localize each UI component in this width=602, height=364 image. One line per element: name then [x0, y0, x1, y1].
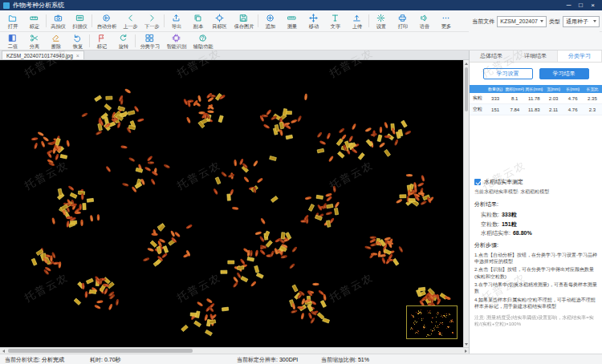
toolbar-export-button[interactable]: 导出	[165, 10, 187, 31]
result-item: 空粒数:151粒	[481, 220, 597, 229]
status-label: 当前标定分辨率:	[237, 356, 278, 364]
toolbar-undo-button[interactable]: 恢复	[67, 32, 88, 50]
table-cell: 4.76	[563, 104, 583, 115]
toolbar-prev-button[interactable]: 上一步	[120, 10, 141, 31]
toolbar-split-button[interactable]: 分离	[23, 32, 45, 50]
toolbar-assist-button[interactable]: 辅助功能	[189, 32, 216, 50]
maximize-button[interactable]: □	[575, 0, 587, 10]
measurement-table: 数量(粒)面积(mm²)周长(mm)宽(mm)长(mm)长宽比实粒3338.11…	[470, 85, 602, 115]
scroll-right-arrow[interactable]	[462, 348, 469, 354]
results-tab-3[interactable]: 分类学习	[558, 51, 602, 62]
table-cell: 8.1	[505, 93, 524, 104]
status-value: 51%	[358, 357, 369, 362]
navigator-thumbnail-image	[407, 306, 457, 338]
toolbar-upload-button[interactable]: 上传	[346, 10, 368, 31]
settings-icon	[376, 14, 385, 22]
toolbar-settings-button[interactable]: 设置	[370, 10, 392, 31]
document-tab[interactable]: KZSM_20240710174940.jpg ×	[2, 51, 84, 59]
auto-icon	[102, 14, 111, 22]
toolbar-print-button[interactable]: 打印	[392, 10, 413, 31]
toolbar-learn-button[interactable]: 分类学习	[136, 32, 163, 50]
toolbar-more-button[interactable]: 更多	[435, 10, 457, 31]
analysis-step: 3.在学习结果中(切换水稻精准测量)，可查看每类样本测量数	[474, 281, 597, 295]
toolbar-voice-button[interactable]: 语音	[413, 10, 435, 31]
result-item: 实粒数:333粒	[481, 211, 597, 220]
toolbar-separator	[92, 14, 92, 27]
target-icon	[215, 14, 224, 22]
toolbar-button-label: 标记	[96, 43, 106, 48]
document-tab-bar: KZSM_20240710174940.jpg ×	[0, 51, 469, 60]
table-header	[470, 85, 486, 93]
learn-icon	[145, 34, 154, 42]
analysis-note: 注意: 测量精度受(结实率阈值)设置影响，水稻结实率=实粒/(实粒+空粒)×10…	[474, 314, 597, 327]
toolbar-auto-button[interactable]: 自动分析	[93, 10, 120, 31]
results-tabs: 总体结果详细结果分类学习	[470, 51, 602, 63]
toolbar-erase-button[interactable]: 擦除	[45, 32, 67, 50]
document-tab-filename: KZSM_20240710174940.jpg	[6, 53, 73, 59]
vertical-scrollbar[interactable]	[463, 60, 469, 347]
toolbar-button-label: 保存图片	[234, 23, 254, 28]
toolbar-ai-button[interactable]: 智能识别	[163, 32, 189, 50]
type-select[interactable]: 通用种子	[563, 16, 600, 27]
minimize-button[interactable]: ─	[563, 0, 575, 10]
learning-results-button[interactable]: 学习结果	[539, 68, 589, 79]
toolbar-button-label: 分离	[29, 43, 39, 48]
toolbar-button-label: 辅助功能	[193, 43, 213, 48]
table-row: 实粒3338.111.782.034.762.35	[470, 93, 602, 104]
toolbar-calibrate-button[interactable]: 标定	[23, 10, 45, 31]
toolbar-scanner-button[interactable]: 扫描仪	[69, 10, 91, 31]
navigator-thumbnail[interactable]	[406, 305, 458, 339]
toolbar-button-label: 自动分析	[96, 23, 116, 28]
table-cell: 4.76	[563, 93, 583, 104]
toolbar-button-label: 文字	[330, 23, 340, 28]
toolbar-append-button[interactable]: 追加	[259, 10, 281, 31]
close-button[interactable]: ×	[587, 0, 599, 10]
toolbar-button-label: 扫描仪	[72, 23, 87, 28]
tab-close-icon[interactable]: ×	[76, 53, 79, 59]
toolbar-camera-button[interactable]: 高拍仪	[47, 10, 69, 31]
status-item: 耗时:0.70秒	[90, 354, 121, 364]
toolbar-move-button[interactable]: 移动	[303, 10, 324, 31]
current-file-select[interactable]: KZSM_202407	[497, 16, 547, 27]
toolbar-button-label: 标定	[29, 23, 39, 28]
next-icon	[148, 14, 157, 22]
rice-setting-rate-checkbox[interactable]: 水稻结实率测定	[474, 178, 597, 186]
toolbar-file-controls: 当前文件 KZSM_202407 类型 通用种子	[469, 10, 600, 32]
learning-subtabs: 学习设置学习结果	[470, 63, 602, 85]
toolbar-mark-button[interactable]: 标记	[91, 32, 112, 50]
toolbar-text-button[interactable]: 文字	[324, 10, 346, 31]
split-icon	[30, 34, 39, 42]
table-cell: 7.84	[505, 104, 524, 115]
image-viewport	[0, 60, 469, 347]
panel-spacer	[470, 115, 602, 178]
chevron-down-icon	[540, 20, 543, 22]
toolbar-button-label: 旋转	[118, 43, 128, 48]
toolbar-open-button[interactable]: 打开	[2, 10, 23, 31]
scroll-left-arrow[interactable]	[0, 348, 6, 354]
results-tab-2[interactable]: 详细结果	[514, 51, 558, 62]
print-icon	[398, 14, 407, 22]
horizontal-scroll-thumb[interactable]	[8, 349, 193, 353]
horizontal-scrollbar[interactable]	[0, 347, 469, 354]
analysis-step: 2.点击【识别】按钮，可在分类学习中得出对应颜色数量(实粒和空粒数)	[474, 266, 597, 280]
toolbar-button-label: 追加	[265, 23, 275, 28]
seed-specimen-image[interactable]	[0, 60, 463, 347]
type-label: 类型	[549, 18, 560, 26]
status-bar: 当前分析状态:分析完成耗时:0.70秒当前标定分辨率:300DPI当前缩放比例:…	[0, 354, 602, 364]
learning-settings-button[interactable]: 学习设置	[483, 68, 533, 79]
toolbar-copy-button[interactable]: 副本	[187, 10, 209, 31]
toolbar-binary-button[interactable]: 二值	[2, 32, 23, 50]
open-icon	[8, 14, 17, 22]
window-controls: ─ □ ×	[563, 0, 599, 10]
text-icon	[331, 14, 340, 22]
results-tab-1[interactable]: 总体结果	[470, 51, 514, 62]
toolbar-measure-button[interactable]: 测量	[281, 10, 303, 31]
toolbar-rotate-button[interactable]: 旋转	[112, 32, 134, 50]
status-value: 0.70秒	[104, 356, 121, 364]
vertical-scroll-thumb[interactable]	[465, 67, 468, 111]
table-cell: 2.35	[583, 93, 602, 104]
toolbar-save-button[interactable]: 保存图片	[230, 10, 257, 31]
toolbar-next-button[interactable]: 下一步	[141, 10, 163, 31]
binary-icon	[8, 34, 17, 42]
toolbar-target-button[interactable]: 目标区	[209, 10, 230, 31]
